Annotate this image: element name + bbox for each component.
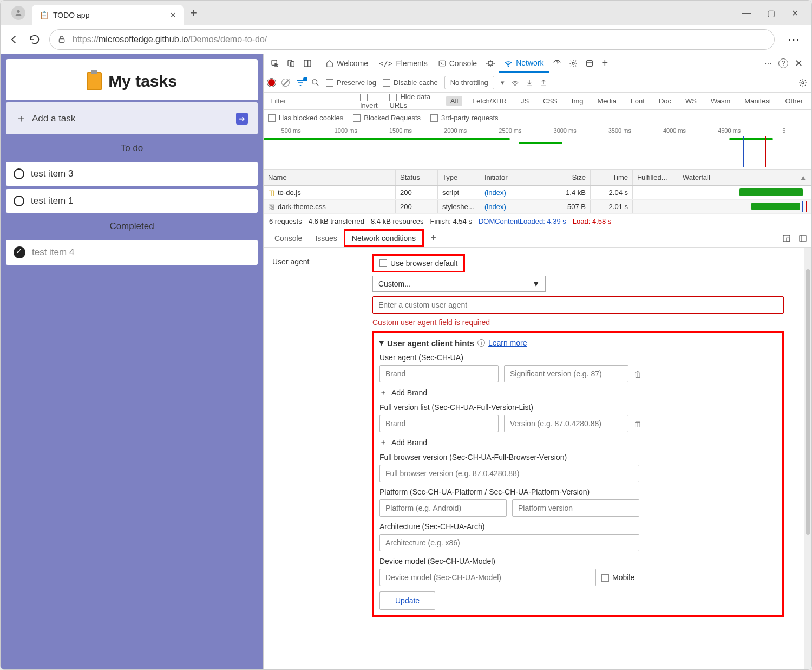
task-item[interactable]: test item 3 — [6, 162, 258, 186]
platform-version-input[interactable] — [512, 499, 639, 517]
drawer-dock-icon[interactable] — [782, 234, 791, 243]
platform-input[interactable] — [379, 499, 507, 517]
filter-type[interactable]: Media — [593, 96, 620, 106]
filter-type[interactable]: Img — [567, 96, 588, 106]
col-type[interactable]: Type — [438, 170, 480, 185]
add-tab-icon[interactable]: + — [598, 57, 612, 69]
blocked-cookies-checkbox[interactable]: Has blocked cookies — [268, 114, 343, 122]
task-item[interactable]: test item 1 — [6, 189, 258, 213]
filter-type[interactable]: Doc — [654, 96, 676, 106]
filter-type[interactable]: Wasm — [706, 96, 735, 106]
site-info-icon[interactable] — [57, 35, 66, 44]
update-button[interactable]: Update — [379, 591, 435, 610]
filter-input[interactable] — [268, 95, 355, 107]
export-har-icon[interactable] — [540, 79, 547, 87]
user-agent-select[interactable]: Custom...▼ — [372, 276, 546, 292]
col-waterfall[interactable]: Waterfall▲ — [678, 170, 811, 185]
radio-unchecked-icon[interactable] — [14, 196, 24, 206]
tab-welcome[interactable]: Welcome — [320, 54, 374, 73]
inspect-icon[interactable] — [267, 59, 283, 68]
add-brand-button[interactable]: ＋Add Brand — [379, 438, 777, 447]
custom-user-agent-input[interactable] — [372, 296, 784, 314]
version-input[interactable] — [504, 415, 628, 432]
drawer-tab-console[interactable]: Console — [268, 229, 309, 247]
col-time[interactable]: Time — [591, 170, 633, 185]
tab-console[interactable]: Console — [433, 54, 482, 73]
brand-input[interactable] — [379, 415, 499, 432]
client-hints-toggle[interactable]: ▾ User agent client hints i Learn more — [379, 338, 777, 348]
request-row[interactable]: ◫to-do.js 200 script (index) 1.4 kB 2.04… — [264, 186, 811, 200]
col-initiator[interactable]: Initiator — [480, 170, 547, 185]
help-icon[interactable]: ? — [778, 58, 788, 68]
filter-type[interactable]: WS — [681, 96, 701, 106]
back-icon[interactable] — [8, 34, 20, 45]
network-conditions-icon[interactable] — [511, 79, 519, 87]
col-fulfilled[interactable]: Fulfilled... — [633, 170, 678, 185]
trash-icon[interactable]: 🗑 — [634, 419, 642, 428]
network-settings-gear-icon[interactable] — [798, 79, 807, 87]
device-toggle-icon[interactable] — [283, 59, 299, 68]
learn-more-link[interactable]: Learn more — [488, 339, 527, 347]
device-model-input[interactable] — [379, 569, 596, 586]
profile-avatar[interactable] — [11, 6, 25, 20]
overview-timeline[interactable]: 500 ms1000 ms1500 ms2000 ms2500 ms3000 m… — [264, 126, 811, 170]
info-icon[interactable]: i — [477, 339, 485, 347]
browser-menu-icon[interactable]: ⋯ — [783, 32, 804, 47]
check-circle-icon[interactable] — [14, 246, 25, 258]
browser-tab[interactable]: 📋 TODO app × — [32, 5, 184, 25]
filter-type[interactable]: CSS — [539, 96, 562, 106]
drawer-add-tab-icon[interactable]: + — [424, 229, 443, 247]
drawer-tab-issues[interactable]: Issues — [309, 229, 343, 247]
maximize-icon[interactable]: ▢ — [767, 8, 775, 18]
add-task-input[interactable]: ＋ Add a task ➜ — [6, 102, 258, 134]
col-size[interactable]: Size — [547, 170, 591, 185]
tab-network[interactable]: Network — [499, 54, 549, 73]
filter-type[interactable]: JS — [516, 96, 533, 106]
close-tab-icon[interactable]: × — [170, 10, 176, 21]
new-tab-button[interactable]: + — [190, 6, 197, 20]
more-tools-icon[interactable]: ⋯ — [764, 59, 772, 68]
filter-type[interactable]: Other — [781, 96, 807, 106]
throttle-caret-icon[interactable]: ▾ — [501, 79, 505, 87]
initiator-link[interactable]: (index) — [484, 203, 506, 211]
filter-all[interactable]: All — [446, 96, 462, 106]
radio-unchecked-icon[interactable] — [14, 168, 24, 179]
full-browser-version-input[interactable] — [379, 465, 639, 482]
filter-toggle-icon[interactable] — [296, 79, 305, 87]
filter-type[interactable]: Fetch/XHR — [468, 96, 511, 106]
clear-icon[interactable] — [281, 79, 290, 87]
mobile-checkbox[interactable]: Mobile — [601, 573, 634, 582]
submit-arrow-icon[interactable]: ➜ — [236, 113, 248, 125]
performance-icon[interactable] — [549, 59, 565, 68]
throttling-select[interactable]: No throttling — [444, 76, 494, 89]
third-party-checkbox[interactable]: 3rd-party requests — [430, 114, 499, 122]
filter-type[interactable]: Font — [626, 96, 649, 106]
significant-version-input[interactable] — [504, 365, 628, 382]
blocked-requests-checkbox[interactable]: Blocked Requests — [353, 114, 421, 122]
architecture-input[interactable] — [379, 534, 639, 551]
debug-icon[interactable] — [482, 59, 499, 68]
brand-input[interactable] — [379, 365, 499, 382]
dock-icon[interactable] — [299, 59, 316, 68]
address-bar[interactable]: https://microsoftedge.github.io/Demos/de… — [49, 29, 775, 50]
use-browser-default-checkbox[interactable]: Use browser default — [372, 254, 465, 272]
task-item-completed[interactable]: test item 4 — [6, 240, 258, 265]
request-row[interactable]: ▧dark-theme.css 200 styleshe... (index) … — [264, 200, 811, 214]
settings-gear-icon[interactable] — [565, 59, 581, 68]
invert-checkbox[interactable]: Invert — [360, 93, 384, 109]
initiator-link[interactable]: (index) — [484, 188, 506, 197]
hide-data-urls-checkbox[interactable]: Hide data URLs — [389, 93, 440, 109]
search-icon[interactable] — [311, 79, 319, 87]
disable-cache-checkbox[interactable]: Disable cache — [383, 79, 438, 87]
filter-type[interactable]: Manifest — [740, 96, 775, 106]
refresh-icon[interactable] — [29, 34, 41, 45]
close-window-icon[interactable]: ✕ — [791, 8, 798, 18]
import-har-icon[interactable] — [526, 79, 533, 87]
drawer-tab-network-conditions[interactable]: Network conditions — [344, 229, 424, 247]
scrollbar-thumb[interactable] — [806, 269, 810, 535]
preserve-log-checkbox[interactable]: Preserve log — [326, 79, 376, 87]
application-icon[interactable] — [581, 59, 598, 68]
minimize-icon[interactable]: — — [742, 8, 751, 18]
record-icon[interactable] — [268, 79, 275, 86]
close-devtools-icon[interactable]: ✕ — [795, 57, 803, 69]
